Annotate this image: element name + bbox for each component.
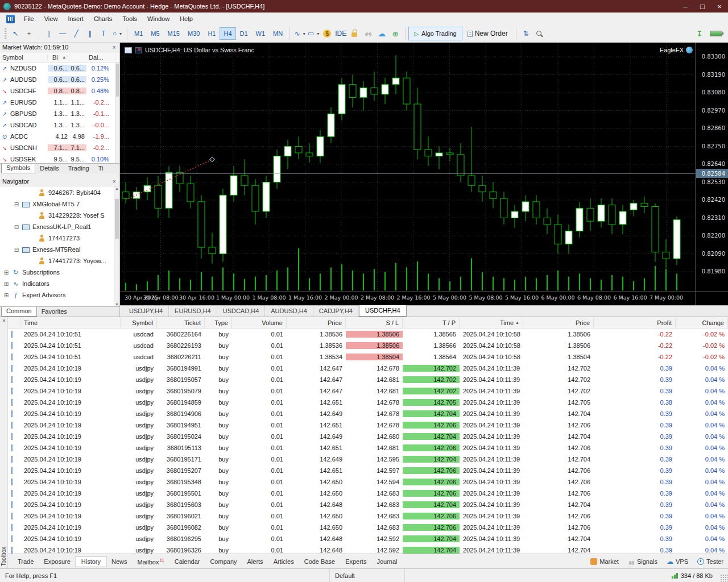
chart-tab[interactable]: USDCAD,H4 xyxy=(217,306,266,317)
market-watch-tab[interactable]: Details xyxy=(35,164,64,173)
signals-toolbar-button[interactable]: ((o)) xyxy=(361,27,375,40)
chart-tab[interactable]: USDJPY,H4 xyxy=(123,306,169,317)
trendline-button[interactable]: ╱ xyxy=(69,27,83,40)
data-update-button[interactable]: ↧ xyxy=(693,27,706,40)
column-tp[interactable]: T / P xyxy=(403,317,460,328)
column-price[interactable]: Price xyxy=(287,317,346,328)
column-daily[interactable]: Dai... xyxy=(86,54,115,61)
new-order-button[interactable]: New Order xyxy=(462,27,513,40)
market-watch-row[interactable]: USDSEK 9.5... 9.5... 0.10% xyxy=(0,153,119,163)
history-row[interactable]: 2025.04.24 10:10:19 usdjpy 3680195171 bu… xyxy=(8,454,728,465)
toolbar-drag-handle[interactable] xyxy=(4,28,7,39)
timeframe-button[interactable]: M1 xyxy=(130,27,147,40)
column-open-time[interactable]: Time xyxy=(20,317,121,328)
column-close-time[interactable]: Time▲ xyxy=(460,317,523,328)
column-symbol[interactable]: Symbol xyxy=(121,317,157,328)
scroll-up-icon[interactable]: ▲ xyxy=(115,186,119,190)
cursor-select-button[interactable]: ↖ xyxy=(9,27,22,40)
toolbox-tab[interactable]: Mailbox11 xyxy=(133,555,169,568)
navigator-close-icon[interactable]: × xyxy=(111,178,117,185)
status-service-item[interactable]: Tester xyxy=(697,558,723,565)
market-watch-row[interactable]: USDCAD 1.3... 1.3... -0.0... xyxy=(0,119,119,131)
maximize-button[interactable]: □ xyxy=(694,0,711,13)
history-row[interactable]: 2025.04.24 10:10:19 usdjpy 3680196326 bu… xyxy=(8,544,728,554)
market-watch-row[interactable]: ACDC 4.12 4.98 -1.9... xyxy=(0,131,119,142)
history-row[interactable]: 2025.04.24 10:10:51 usdcad 3680226211 bu… xyxy=(8,351,728,363)
history-row[interactable]: 2025.04.24 10:10:19 usdjpy 3680194906 bu… xyxy=(8,408,728,419)
timeframe-button[interactable]: H4 xyxy=(220,27,235,40)
toolbox-close-icon[interactable]: × xyxy=(0,318,8,324)
indicators-button[interactable]: ∿▾ xyxy=(293,27,307,40)
navigator-tree-item[interactable]: Subscriptions xyxy=(0,267,119,278)
navigator-tree-item[interactable]: ExnessUK-LP_Real1 xyxy=(0,221,119,232)
menu-item[interactable]: Tools xyxy=(117,14,142,24)
chart-tab[interactable]: USDCHF,H4 xyxy=(359,305,407,317)
text-tool-button[interactable]: T xyxy=(97,27,110,40)
timeframe-button[interactable]: D1 xyxy=(236,27,252,40)
history-row[interactable]: 2025.04.24 10:10:19 usdjpy 3680196295 bu… xyxy=(8,533,728,544)
toolbox-tab[interactable]: Experts xyxy=(340,556,371,567)
column-close-price[interactable]: Price xyxy=(523,317,594,328)
history-row[interactable]: 2025.04.24 10:10:19 usdjpy 3680195207 bu… xyxy=(8,465,728,476)
algo-trading-button[interactable]: ▷ Algo Trading xyxy=(408,27,462,40)
toolbox-tab[interactable]: History xyxy=(76,556,106,567)
deposit-button[interactable]: $ xyxy=(320,27,334,40)
chart-tab[interactable]: AUDUSD,H4 xyxy=(265,306,313,317)
market-watch-row[interactable]: GBPUSD 1.3... 1.3... -0.1... xyxy=(0,108,119,119)
menu-item[interactable]: Charts xyxy=(89,14,117,24)
column-type[interactable]: Type xyxy=(205,317,232,328)
crosshair-button[interactable]: + xyxy=(22,27,36,40)
cloud-button[interactable]: ☁ xyxy=(375,27,388,40)
chart-canvas[interactable]: 30 Apr 202530 Apr 08:0030 Apr 16:001 May… xyxy=(120,43,728,305)
column-symbol[interactable]: Symbol xyxy=(0,54,48,61)
resize-grip[interactable] xyxy=(720,574,728,582)
market-watch-row[interactable]: EURUSD 1.1... 1.1... -0.2... xyxy=(0,97,119,108)
tree-expander-icon[interactable] xyxy=(14,224,19,230)
history-row[interactable]: 2025.04.24 10:10:19 usdjpy 3680195603 bu… xyxy=(8,499,728,510)
history-row[interactable]: 2025.04.24 10:10:19 usdjpy 3680196082 bu… xyxy=(8,522,728,533)
scrollbar-thumb[interactable] xyxy=(115,199,119,239)
history-row[interactable]: 2025.04.24 10:10:51 usdcad 3680226193 bu… xyxy=(8,340,728,351)
depth-of-market-button[interactable]: ⇅ xyxy=(519,27,533,40)
status-service-item[interactable]: Market xyxy=(590,558,619,565)
scrollbar-thumb[interactable] xyxy=(116,64,119,97)
toolbox-tab[interactable]: Company xyxy=(205,556,242,567)
horizontal-line-button[interactable]: — xyxy=(56,27,69,40)
history-row[interactable]: 2025.04.24 10:10:19 usdjpy 3680195348 bu… xyxy=(8,476,728,488)
status-connection[interactable]: 334 / 88 Kb xyxy=(667,569,718,582)
minimize-button[interactable]: – xyxy=(677,0,694,13)
navigator-tree-item[interactable]: 314229228: Yosef S xyxy=(0,210,119,221)
status-service-item[interactable]: Signals xyxy=(628,558,657,565)
market-watch-scrollbar[interactable] xyxy=(115,63,119,163)
toolbox-tab[interactable]: Alerts xyxy=(242,556,268,567)
chart-tab[interactable]: CADJPY,H4 xyxy=(313,306,359,317)
menu-item[interactable]: Window xyxy=(142,14,175,24)
toolbox-tab[interactable]: News xyxy=(106,556,133,567)
tree-expander-icon[interactable] xyxy=(14,247,19,253)
timeframe-button[interactable]: M15 xyxy=(164,27,184,40)
navigator-tree-item[interactable]: Exness-MT5Real xyxy=(0,244,119,255)
toolbox-tab[interactable]: Code Base xyxy=(299,556,340,567)
tree-expander-icon[interactable] xyxy=(3,292,9,298)
timeframe-button[interactable]: M5 xyxy=(147,27,163,40)
history-row[interactable]: 2025.04.24 10:10:19 usdjpy 3680194859 bu… xyxy=(8,397,728,408)
scroll-down-icon[interactable]: ▼ xyxy=(115,302,119,306)
history-row[interactable]: 2025.04.24 10:10:19 usdjpy 3680195501 bu… xyxy=(8,488,728,499)
toolbox-tab[interactable]: Exposure xyxy=(39,556,75,567)
history-row[interactable]: 2025.04.24 10:10:19 usdjpy 3680195024 bu… xyxy=(8,431,728,442)
chart-tab[interactable]: EURUSD,H4 xyxy=(169,306,217,317)
market-watch-tab[interactable]: Trading xyxy=(64,164,94,173)
menu-item[interactable]: Insert xyxy=(63,14,89,24)
close-button[interactable]: × xyxy=(711,0,728,13)
web-terminal-button[interactable]: ⊕ xyxy=(388,27,402,40)
column-profit[interactable]: Profit xyxy=(594,317,676,328)
timeframe-button[interactable]: M30 xyxy=(184,27,204,40)
navigator-tree-item[interactable]: Expert Advisors xyxy=(0,289,119,301)
column-ticket[interactable]: Ticket xyxy=(157,317,205,328)
column-change[interactable]: Change xyxy=(676,317,728,328)
market-watch-row[interactable]: NZDUSD 0.6... 0.6... 0.12% xyxy=(0,63,119,74)
history-row[interactable]: 2025.04.24 10:10:19 usdjpy 3680194951 bu… xyxy=(8,419,728,431)
history-row[interactable]: 2025.04.24 10:10:19 usdjpy 3680195057 bu… xyxy=(8,374,728,385)
navigator-tree-item[interactable]: XMGlobal-MT5 7 xyxy=(0,198,119,210)
toolbox-tab[interactable]: Journal xyxy=(371,556,402,567)
